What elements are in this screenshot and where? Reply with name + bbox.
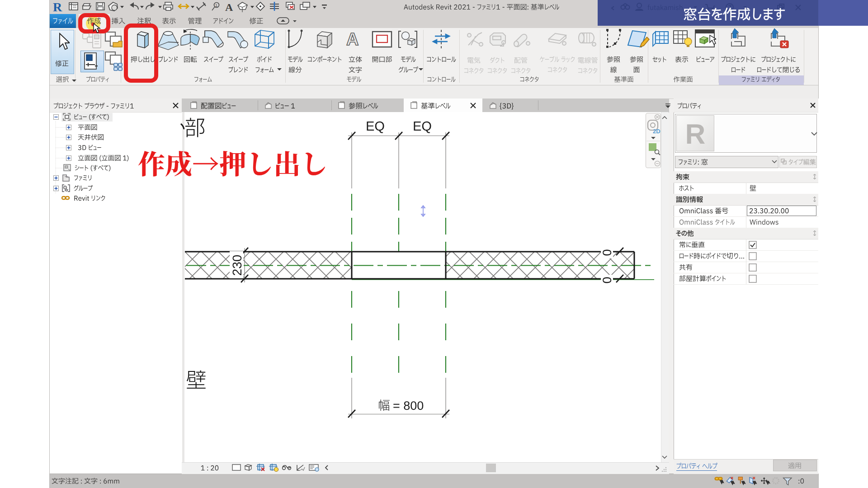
svg-text:A: A: [346, 30, 359, 49]
svg-text:2D: 2D: [653, 128, 660, 135]
